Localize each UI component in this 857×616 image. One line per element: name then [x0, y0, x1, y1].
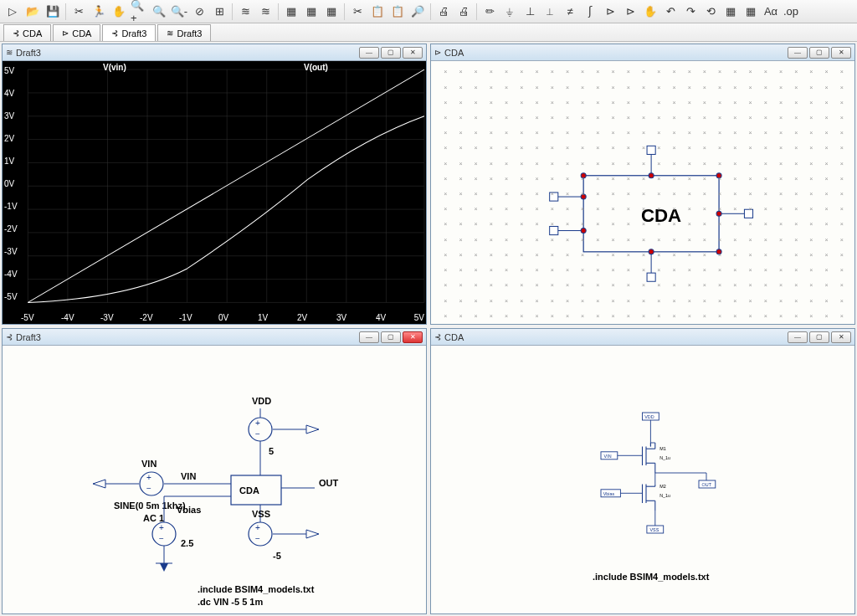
- tool-rotate-icon[interactable]: ⟲: [701, 3, 720, 21]
- tool-run-icon[interactable]: ▷: [3, 3, 22, 21]
- tool-zoom-in-icon[interactable]: 🔍+: [130, 3, 148, 21]
- svg-text:×: ×: [840, 69, 844, 75]
- tool-spice-icon[interactable]: .op: [782, 3, 800, 21]
- mosfet-m2[interactable]: [643, 485, 655, 511]
- tool-tile1-icon[interactable]: ▦: [282, 3, 300, 21]
- svg-text:×: ×: [596, 298, 599, 305]
- tool-scissors-icon[interactable]: ✂: [348, 3, 367, 21]
- tool-paste-icon[interactable]: 📋: [388, 3, 407, 21]
- tool-redo-icon[interactable]: ↷: [681, 3, 700, 21]
- close-button[interactable]: ✕: [831, 331, 851, 343]
- tool-simulate-icon[interactable]: 🏃: [90, 3, 108, 21]
- tool-pan-icon[interactable]: ✋: [110, 3, 128, 21]
- tool-resistor-icon[interactable]: ⟂: [541, 3, 559, 21]
- minimize-button[interactable]: —: [359, 331, 379, 343]
- tool-diode-icon[interactable]: ⊳: [601, 3, 619, 21]
- tool-copy-icon[interactable]: 📋: [368, 3, 387, 21]
- tool-ground-icon[interactable]: ⏚: [500, 3, 519, 21]
- tool-plot1-icon[interactable]: ≋: [236, 3, 254, 21]
- plot-canvas[interactable]: V(vin) V(out) 5V 4V 3V 2V 1V 0V -1V -2V …: [3, 61, 426, 324]
- schematic-sub-canvas[interactable]: VDD M1 N_1u VIN: [431, 346, 854, 613]
- tool-cut-icon[interactable]: ✂: [69, 3, 88, 21]
- tool-text-icon[interactable]: Aα: [762, 3, 780, 21]
- svg-text:×: ×: [825, 206, 829, 213]
- svg-text:×: ×: [612, 100, 615, 106]
- tool-zoom-out-icon[interactable]: 🔍-: [170, 3, 188, 21]
- maximize-button[interactable]: ▢: [809, 47, 829, 59]
- tool-save-icon[interactable]: 💾: [44, 3, 62, 21]
- tool-zoom-fit-icon[interactable]: ⊘: [190, 3, 208, 21]
- svg-text:×: ×: [809, 145, 813, 151]
- vss-port-icon[interactable]: [306, 530, 319, 538]
- schematic-icon: ⊰: [6, 332, 13, 341]
- vdd-port-icon[interactable]: [306, 425, 319, 434]
- svg-text:×: ×: [672, 252, 675, 259]
- vbias-source[interactable]: [152, 522, 176, 546]
- svg-text:×: ×: [444, 267, 447, 274]
- svg-text:×: ×: [779, 69, 783, 75]
- tool-plot2-icon[interactable]: ≋: [256, 3, 275, 21]
- tool-tile3-icon[interactable]: ▦: [322, 3, 341, 21]
- svg-text:×: ×: [657, 267, 660, 274]
- tool-inductor-icon[interactable]: ʃ: [581, 3, 599, 21]
- waveform-window: ≋ Draft3 — ▢ ✕ V(vin) V(out): [2, 44, 427, 325]
- schematic-canvas[interactable]: CDA +− VDD 5 +− VSS -5 OUT: [3, 346, 426, 613]
- svg-text:×: ×: [581, 176, 584, 182]
- tool-gnd2-icon[interactable]: ⊥: [521, 3, 539, 21]
- tool-undo-icon[interactable]: ↶: [661, 3, 680, 21]
- svg-text:×: ×: [733, 145, 736, 151]
- tool-cap-icon[interactable]: ≠: [561, 3, 579, 21]
- svg-text:×: ×: [566, 298, 569, 305]
- spice-directive[interactable]: .include BSIM4_models.txt: [198, 584, 315, 594]
- x-tick: -2V: [140, 313, 153, 322]
- tool-print-icon[interactable]: 🖨: [434, 3, 453, 21]
- tool-draw-icon[interactable]: ✏: [480, 3, 499, 21]
- vin-value: SINE(0 5m 1khz): [114, 501, 186, 511]
- window-title: Draft3: [16, 332, 359, 342]
- svg-text:×: ×: [627, 191, 630, 198]
- vss-source[interactable]: [249, 522, 272, 546]
- tool-mirror2-icon[interactable]: ▦: [742, 3, 760, 21]
- svg-text:×: ×: [749, 176, 752, 182]
- symbol-canvas[interactable]: CDA ××××××××××××××××××××××××××××××××××××…: [431, 61, 854, 324]
- vss-value: -5: [273, 551, 281, 561]
- vin-port-icon[interactable]: [93, 480, 105, 488]
- tool-open-icon[interactable]: 📂: [23, 3, 42, 21]
- minimize-button[interactable]: —: [788, 47, 808, 59]
- maximize-button[interactable]: ▢: [809, 331, 829, 343]
- tool-print2-icon[interactable]: 🖨: [454, 3, 473, 21]
- tool-zoom-icon[interactable]: 🔍: [150, 3, 168, 21]
- svg-text:×: ×: [581, 206, 584, 213]
- svg-text:×: ×: [444, 100, 447, 106]
- tool-move-icon[interactable]: ✋: [641, 3, 659, 21]
- minimize-button[interactable]: —: [788, 331, 808, 343]
- tool-find-icon[interactable]: 🔎: [408, 3, 427, 21]
- tool-autorange-icon[interactable]: ⊞: [210, 3, 228, 21]
- vin-source[interactable]: [140, 472, 163, 495]
- svg-text:×: ×: [535, 100, 538, 106]
- tab-draft3-sch[interactable]: ⊰Draft3: [102, 24, 156, 41]
- minimize-button[interactable]: —: [359, 47, 379, 59]
- maximize-button[interactable]: ▢: [381, 331, 401, 343]
- tool-component-icon[interactable]: ⊳: [621, 3, 639, 21]
- close-button[interactable]: ✕: [831, 47, 851, 59]
- vdd-source[interactable]: [249, 418, 272, 441]
- close-button[interactable]: ✕: [403, 47, 423, 59]
- tab-cda-sym[interactable]: ⊰CDA: [3, 24, 51, 41]
- tool-tile2-icon[interactable]: ▦: [302, 3, 321, 21]
- tool-mirror-icon[interactable]: ▦: [721, 3, 740, 21]
- tab-draft3-plot[interactable]: ≋Draft3: [157, 24, 211, 41]
- svg-text:×: ×: [794, 237, 798, 244]
- svg-text:×: ×: [551, 85, 554, 91]
- svg-text:×: ×: [840, 85, 844, 91]
- workspace: ≋ Draft3 — ▢ ✕ V(vin) V(out): [0, 42, 857, 616]
- spice-directive[interactable]: .include BSIM4_models.txt: [593, 572, 710, 582]
- mosfet-m1[interactable]: [643, 443, 655, 473]
- svg-text:×: ×: [596, 313, 599, 320]
- close-button[interactable]: ✕: [403, 331, 423, 343]
- tab-cda-sch[interactable]: ⊳CDA: [53, 24, 100, 41]
- svg-text:×: ×: [703, 221, 706, 228]
- maximize-button[interactable]: ▢: [381, 47, 401, 59]
- svg-text:×: ×: [581, 298, 584, 305]
- spice-directive[interactable]: .dc VIN -5 5 1m: [198, 597, 263, 607]
